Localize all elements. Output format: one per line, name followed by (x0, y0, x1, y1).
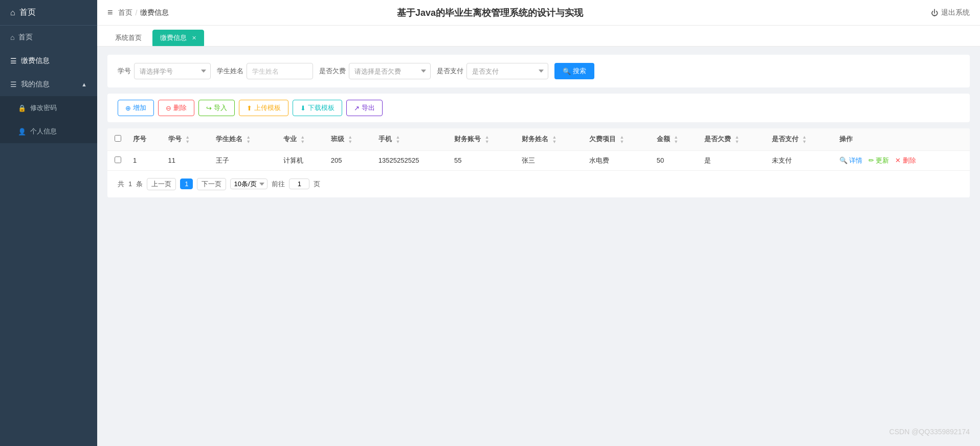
col-major[interactable]: 专业 ▲▼ (278, 128, 326, 150)
sort-arrows-icon: ▲▼ (246, 135, 251, 144)
cell-finance-account: 55 (449, 150, 517, 170)
sidebar: ⌂ 首页 ⌂ 首页 ☰ 缴费信息 ☰ 我的信息 ▲ 🔒 修改密码 � (0, 0, 97, 446)
add-label: 增加 (133, 103, 146, 113)
upload-icon: ⬆ (247, 104, 252, 112)
cell-student-name: 王子 (211, 150, 278, 170)
cell-class: 205 (326, 150, 373, 170)
delete-button[interactable]: ⊖ 删除 (158, 100, 194, 116)
sort-arrows-icon: ▲▼ (395, 135, 400, 144)
page-size-select[interactable]: 10条/页 20条/页 50条/页 (230, 179, 268, 189)
download-template-button[interactable]: ⬇ 下载模板 (293, 100, 342, 116)
table-header-row: 序号 学号 ▲▼ 学生姓名 ▲▼ 专业 ▲▼ (107, 128, 970, 150)
download-icon: ⬇ (300, 104, 306, 112)
student-id-select[interactable]: 请选择学号 (134, 63, 211, 79)
is-owed-label: 是否欠费 (319, 66, 346, 76)
breadcrumb-home[interactable]: 首页 (118, 8, 132, 17)
sort-arrows-icon: ▲▼ (552, 135, 557, 144)
data-table: 序号 学号 ▲▼ 学生姓名 ▲▼ 专业 ▲▼ (107, 128, 970, 171)
tab-payment-info[interactable]: 缴费信息 ✕ (152, 30, 204, 46)
col-finance-account[interactable]: 财务账号 ▲▼ (449, 128, 517, 150)
sidebar-item-label: 缴费信息 (21, 56, 50, 65)
col-is-paid[interactable]: 是否支付 ▲▼ (767, 128, 834, 150)
add-button[interactable]: ⊕ 增加 (118, 100, 154, 116)
breadcrumb-current: 缴费信息 (140, 8, 169, 17)
col-owed-item[interactable]: 欠费项目 ▲▼ (584, 128, 652, 150)
info-icon: ☰ (10, 80, 17, 88)
sidebar-submenu-my-info: 🔒 修改密码 👤 个人信息 (0, 96, 97, 143)
next-page-button[interactable]: 下一页 (197, 178, 226, 190)
power-icon: ⏻ (931, 9, 938, 17)
sidebar-logo-label: 首页 (19, 7, 36, 18)
detail-link[interactable]: 🔍 详情 (839, 156, 863, 165)
page-unit: 页 (314, 180, 320, 189)
col-amount[interactable]: 金额 ▲▼ (652, 128, 699, 150)
col-class[interactable]: 班级 ▲▼ (326, 128, 373, 150)
home-icon: ⌂ (10, 33, 14, 41)
sidebar-group-my-info[interactable]: ☰ 我的信息 ▲ (0, 73, 97, 96)
export-button[interactable]: ↗ 导出 (346, 100, 383, 116)
import-icon: ↪ (206, 104, 212, 112)
sort-arrows-icon: ▲▼ (185, 135, 190, 144)
sidebar-item-payment[interactable]: ☰ 缴费信息 (0, 49, 97, 73)
student-id-label: 学号 (118, 66, 131, 76)
sidebar-group-label: 我的信息 (21, 80, 50, 89)
cell-phone: 13525252525 (373, 150, 449, 170)
sidebar-item-personal-info[interactable]: 👤 个人信息 (0, 120, 97, 143)
prev-page-button[interactable]: 上一页 (147, 178, 176, 190)
col-phone[interactable]: 手机 ▲▼ (373, 128, 449, 150)
row-checkbox[interactable] (115, 157, 121, 163)
total-label: 共 (118, 180, 124, 189)
cell-amount: 50 (652, 150, 699, 170)
cell-major: 计算机 (278, 150, 326, 170)
delete-link[interactable]: ✕ 删除 (895, 156, 916, 165)
tab-bar: 系统首页 缴费信息 ✕ (97, 26, 980, 47)
app-title: 基于Java的毕业生离校管理系统的设计与实现 (397, 7, 583, 19)
sidebar-item-home[interactable]: ⌂ 首页 (0, 26, 97, 49)
hamburger-icon[interactable]: ≡ (107, 7, 113, 18)
page-1-button[interactable]: 1 (180, 179, 193, 189)
user-icon: 👤 (18, 128, 26, 136)
goto-page-input[interactable] (289, 179, 309, 189)
lock-icon: 🔒 (18, 104, 26, 112)
tab-label: 缴费信息 (160, 34, 187, 41)
tab-system-home[interactable]: 系统首页 (107, 30, 149, 46)
cell-owed-item: 水电费 (584, 150, 652, 170)
search-btn-label: 搜索 (573, 66, 586, 76)
sort-arrows-icon: ▲▼ (802, 135, 807, 144)
circle-minus-icon: ⊖ (166, 104, 171, 112)
cell-finance-name: 张三 (517, 150, 584, 170)
is-owed-group: 是否欠费 请选择是否欠费 (319, 63, 431, 79)
is-paid-label: 是否支付 (437, 66, 463, 76)
cell-student-id: 11 (163, 150, 211, 170)
import-button[interactable]: ↪ 导入 (198, 100, 235, 116)
sidebar-logo: ⌂ 首页 (0, 0, 97, 26)
sidebar-item-change-password[interactable]: 🔒 修改密码 (0, 96, 97, 120)
is-owed-select[interactable]: 请选择是否欠费 (349, 63, 431, 79)
update-link[interactable]: ✏ 更新 (868, 156, 889, 165)
sidebar-item-label: 首页 (18, 33, 33, 42)
row-checkbox-cell (107, 150, 128, 170)
upload-template-button[interactable]: ⬆ 上传模板 (239, 100, 288, 116)
action-bar: ⊕ 增加 ⊖ 删除 ↪ 导入 ⬆ 上传模板 ⬇ 下载模板 ↗ 导出 (107, 94, 970, 122)
tab-close-icon[interactable]: ✕ (192, 35, 196, 41)
sort-arrows-icon: ▲▼ (619, 135, 624, 144)
col-student-name[interactable]: 学生姓名 ▲▼ (211, 128, 278, 150)
sort-arrows-icon: ▲▼ (348, 135, 352, 144)
top-header: ≡ 首页 / 缴费信息 基于Java的毕业生离校管理系统的设计与实现 ⏻ 退出系… (97, 0, 980, 26)
upload-label: 上传模板 (254, 103, 281, 113)
data-table-wrapper: 序号 学号 ▲▼ 学生姓名 ▲▼ 专业 ▲▼ (107, 128, 970, 197)
sort-arrows-icon: ▲▼ (300, 135, 305, 144)
search-button[interactable]: 🔍 搜索 (554, 63, 594, 79)
is-paid-select[interactable]: 是否支付 (466, 63, 548, 79)
logout-button[interactable]: ⏻ 退出系统 (931, 8, 970, 17)
col-student-id[interactable]: 学号 ▲▼ (163, 128, 211, 150)
search-icon: 🔍 (563, 68, 571, 75)
col-finance-name[interactable]: 财务姓名 ▲▼ (517, 128, 584, 150)
logout-label: 退出系统 (941, 8, 970, 17)
breadcrumb: 首页 / 缴费信息 (118, 8, 169, 17)
student-name-label: 学生姓名 (217, 66, 243, 76)
export-icon: ↗ (354, 104, 360, 112)
select-all-checkbox[interactable] (115, 135, 121, 142)
student-name-input[interactable] (247, 63, 313, 79)
col-is-owed[interactable]: 是否欠费 ▲▼ (699, 128, 767, 150)
